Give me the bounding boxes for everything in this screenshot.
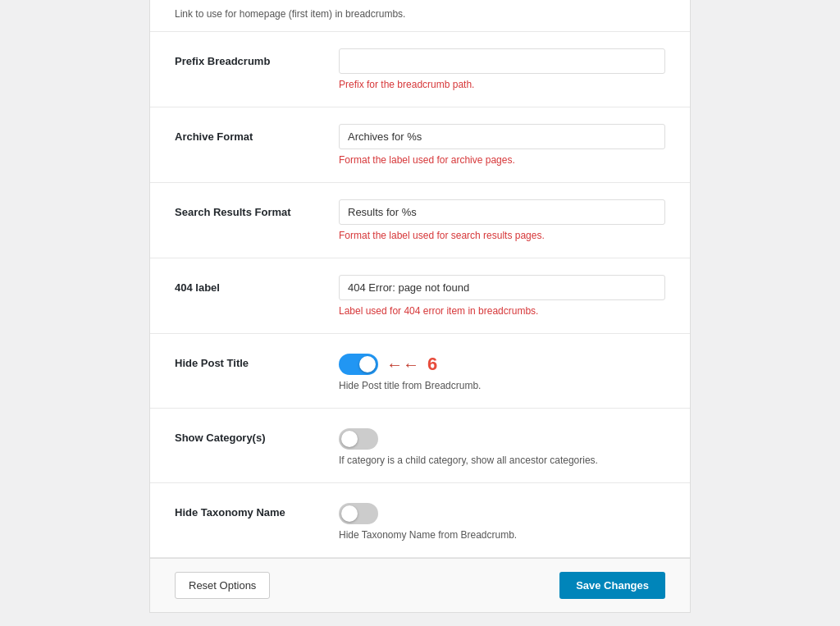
setting-row-archive-format: Archive FormatFormat the label used for … — [150, 107, 690, 183]
setting-row-show-category: Show Category(s)If category is a child c… — [150, 409, 690, 483]
toggle-hide-taxonomy-name[interactable] — [339, 503, 378, 524]
setting-row-404-label: 404 labelLabel used for 404 error item i… — [150, 258, 690, 334]
setting-row-prefix-breadcrumb: Prefix BreadcrumbPrefix for the breadcru… — [150, 32, 690, 107]
label-show-category: Show Category(s) — [175, 425, 339, 444]
label-hide-taxonomy-name: Hide Taxonomy Name — [175, 500, 339, 519]
hint-show-category: If category is a child category, show al… — [339, 455, 665, 466]
input-search-results-format[interactable] — [339, 199, 665, 225]
reset-button[interactable]: Reset Options — [175, 572, 270, 599]
settings-container: Link to use for homepage (first item) in… — [150, 0, 690, 558]
control-col-show-category: If category is a child category, show al… — [339, 425, 665, 466]
main-panel: Link to use for homepage (first item) in… — [149, 0, 691, 613]
control-col-prefix-breadcrumb: Prefix for the breadcrumb path. — [339, 48, 665, 90]
toggle-slider-hide-taxonomy-name — [339, 503, 378, 524]
hint-archive-format: Format the label used for archive pages. — [339, 154, 665, 166]
hint-search-results-format: Format the label used for search results… — [339, 230, 665, 241]
input-prefix-breadcrumb[interactable] — [339, 48, 665, 74]
toggle-hide-post-title[interactable] — [339, 354, 378, 375]
label-search-results-format: Search Results Format — [175, 199, 339, 218]
setting-row-search-results-format: Search Results FormatFormat the label us… — [150, 183, 690, 258]
setting-row-hide-taxonomy-name: Hide Taxonomy NameHide Taxonomy Name fro… — [150, 483, 690, 558]
rows-container: Prefix BreadcrumbPrefix for the breadcru… — [150, 32, 690, 558]
top-hint-text: Link to use for homepage (first item) in… — [175, 8, 405, 20]
toggle-annotation-wrapper-hide-taxonomy-name — [339, 503, 665, 524]
control-col-hide-post-title: ←←6Hide Post title from Breadcrumb. — [339, 350, 665, 391]
toggle-show-category[interactable] — [339, 428, 378, 450]
hint-hide-post-title: Hide Post title from Breadcrumb. — [339, 380, 665, 391]
footer-bar: Reset Options Save Changes — [150, 558, 690, 612]
label-archive-format: Archive Format — [175, 124, 339, 143]
hint-hide-taxonomy-name: Hide Taxonomy Name from Breadcrumb. — [339, 529, 665, 541]
label-hide-post-title: Hide Post Title — [175, 350, 339, 369]
control-col-404-label: Label used for 404 error item in breadcr… — [339, 275, 665, 317]
control-col-archive-format: Format the label used for archive pages. — [339, 124, 665, 166]
save-button[interactable]: Save Changes — [559, 572, 665, 599]
input-404-label[interactable] — [339, 275, 665, 300]
label-prefix-breadcrumb: Prefix Breadcrumb — [175, 48, 339, 67]
toggle-annotation-wrapper-hide-post-title: ←←6 — [339, 354, 665, 375]
input-archive-format[interactable] — [339, 124, 665, 149]
hint-404-label: Label used for 404 error item in breadcr… — [339, 305, 665, 317]
hint-prefix-breadcrumb: Prefix for the breadcrumb path. — [339, 79, 665, 90]
arrow-annotation-icon: ←← — [386, 356, 419, 372]
setting-row-hide-post-title: Hide Post Title←←6Hide Post title from B… — [150, 334, 690, 409]
control-col-hide-taxonomy-name: Hide Taxonomy Name from Breadcrumb. — [339, 500, 665, 541]
page-wrapper: Link to use for homepage (first item) in… — [0, 0, 840, 626]
annotation-number: 6 — [427, 354, 437, 375]
top-hint-row: Link to use for homepage (first item) in… — [150, 0, 690, 32]
label-404-label: 404 label — [175, 275, 339, 294]
toggle-annotation-wrapper-show-category — [339, 428, 665, 450]
toggle-slider-show-category — [339, 428, 378, 450]
control-col-search-results-format: Format the label used for search results… — [339, 199, 665, 241]
toggle-slider-hide-post-title — [339, 354, 378, 375]
